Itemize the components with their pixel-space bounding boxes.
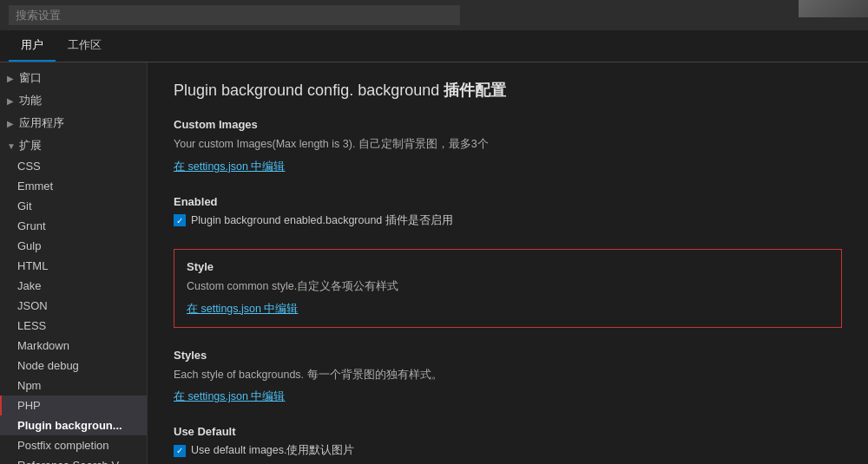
- arrow-icon: [7, 141, 17, 151]
- checkbox-enabled[interactable]: [174, 214, 186, 226]
- section-title: Custom Images: [174, 118, 842, 131]
- sidebar-item-label: CSS: [17, 160, 41, 173]
- section-style: Style Custom common style.自定义各项公有样式 在 se…: [174, 249, 842, 328]
- sidebar-item-label: Jake: [17, 279, 41, 292]
- sidebar-item-less[interactable]: LESS: [0, 316, 147, 336]
- checkbox-use-default[interactable]: [174, 445, 186, 457]
- section-title: Style: [187, 260, 829, 273]
- sidebar-item-git[interactable]: Git: [0, 196, 147, 216]
- sidebar-item-label: LESS: [17, 319, 46, 332]
- sidebar-item-npm[interactable]: Npm: [0, 376, 147, 395]
- sidebar-item-json[interactable]: JSON: [0, 296, 147, 316]
- highlighted-box: Style Custom common style.自定义各项公有样式 在 se…: [174, 249, 842, 328]
- search-input[interactable]: [9, 5, 460, 25]
- page-title: Plugin background config. background 插件配…: [174, 80, 842, 101]
- arrow-icon: [7, 96, 17, 106]
- checkbox-row: Plugin background enabled.background 插件是…: [174, 213, 842, 228]
- sidebar-item-label: 窗口: [19, 70, 42, 86]
- checkbox-row: Use default images.使用默认图片: [174, 443, 842, 458]
- sidebar-item-label: Emmet: [17, 180, 53, 193]
- section-styles: Styles Each style of backgrounds. 每一个背景图…: [174, 349, 842, 405]
- section-title: Enabled: [174, 195, 842, 208]
- sidebar-item-label: Npm: [17, 379, 41, 392]
- checkbox-label: Plugin background enabled.background 插件是…: [191, 213, 453, 228]
- sidebar-item-label: Grunt: [17, 219, 46, 232]
- settings-link[interactable]: 在 settings.json 中编辑: [174, 160, 285, 174]
- sidebar-item-features[interactable]: 功能: [0, 88, 147, 111]
- sidebar-item-window[interactable]: 窗口: [0, 66, 147, 88]
- arrow-icon: [7, 119, 17, 128]
- sidebar-item-label: Postfix completion: [17, 439, 109, 452]
- sidebar-item-label: 扩展: [19, 138, 42, 154]
- checkbox-label: Use default images.使用默认图片: [191, 443, 354, 458]
- sidebar: 窗口 功能 应用程序 扩展 CSS Emmet Git Grunt Gulp: [0, 62, 148, 464]
- sidebar-item-postfix[interactable]: Postfix completion: [0, 435, 147, 455]
- sidebar-item-markdown[interactable]: Markdown: [0, 336, 147, 356]
- section-use-default: Use Default Use default images.使用默认图片: [174, 425, 842, 458]
- sidebar-item-label: Node debug: [17, 359, 79, 372]
- sidebar-item-reference[interactable]: Reference Search V...: [0, 455, 147, 464]
- sidebar-item-css[interactable]: CSS: [0, 156, 147, 176]
- sidebar-item-label: HTML: [17, 259, 48, 272]
- sidebar-item-grunt[interactable]: Grunt: [0, 216, 147, 236]
- sidebar-item-extensions[interactable]: 扩展: [0, 134, 147, 156]
- sidebar-item-jake[interactable]: Jake: [0, 276, 147, 296]
- section-desc: Your custom Images(Max length is 3). 自己定…: [174, 136, 842, 153]
- tabs-row: 用户 工作区: [0, 30, 868, 62]
- tab-workspace[interactable]: 工作区: [56, 30, 114, 62]
- arrow-icon: [7, 74, 17, 83]
- sidebar-item-apps[interactable]: 应用程序: [0, 111, 147, 134]
- sidebar-item-label: Git: [17, 199, 32, 212]
- search-bar: [0, 0, 868, 30]
- sidebar-item-label: 功能: [19, 93, 42, 108]
- section-desc: Custom common style.自定义各项公有样式: [187, 278, 829, 295]
- section-custom-images: Custom Images Your custom Images(Max len…: [174, 118, 842, 174]
- sidebar-item-label: JSON: [17, 299, 48, 312]
- bg-decoration: [799, 0, 868, 17]
- section-desc: Each style of backgrounds. 每一个背景图的独有样式。: [174, 367, 842, 383]
- sidebar-item-label: PHP: [17, 399, 41, 412]
- sidebar-item-label: Reference Search V...: [17, 459, 128, 464]
- sidebar-item-label: Gulp: [17, 239, 41, 252]
- sidebar-item-plugin[interactable]: Plugin backgroun...: [0, 415, 147, 435]
- sidebar-item-nodedebug[interactable]: Node debug: [0, 356, 147, 376]
- sidebar-item-label: Markdown: [17, 339, 69, 352]
- main-layout: 窗口 功能 应用程序 扩展 CSS Emmet Git Grunt Gulp: [0, 62, 868, 464]
- settings-link[interactable]: 在 settings.json 中编辑: [187, 302, 298, 317]
- section-title: Use Default: [174, 425, 842, 438]
- sidebar-item-php[interactable]: PHP: [0, 395, 147, 415]
- sidebar-item-gulp[interactable]: Gulp: [0, 236, 147, 256]
- sidebar-item-label: 应用程序: [19, 115, 64, 131]
- settings-link[interactable]: 在 settings.json 中编辑: [174, 389, 285, 404]
- section-title: Styles: [174, 349, 842, 362]
- content-area: Plugin background config. background 插件配…: [148, 62, 868, 464]
- sidebar-item-emmet[interactable]: Emmet: [0, 176, 147, 196]
- section-enabled: Enabled Plugin background enabled.backgr…: [174, 195, 842, 228]
- tab-user[interactable]: 用户: [9, 30, 56, 62]
- sidebar-item-label: Plugin backgroun...: [17, 419, 122, 432]
- sidebar-item-html[interactable]: HTML: [0, 256, 147, 276]
